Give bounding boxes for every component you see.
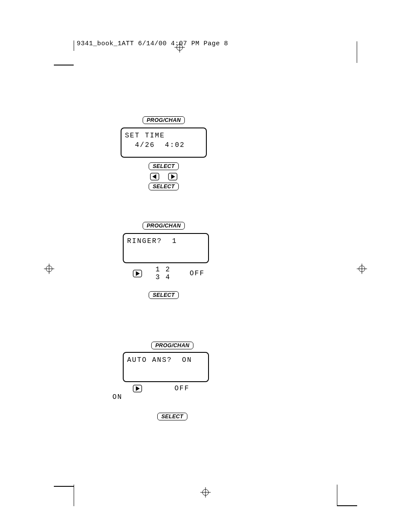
crop-mark-bottom-left-v [74,485,74,506]
crop-mark-top-left [54,65,74,65]
section-ringer: PROG/CHAN RINGER? 1 1 2 3 4 OFF SELECT [123,220,205,302]
registration-mark-left [44,264,54,274]
lcd-line-1: SET TIME [125,131,202,140]
lcd-line-2: 4/26 4:02 [125,140,202,150]
svg-marker-17 [136,271,140,276]
lcd-auto-answer: AUTO ANS? ON [123,352,209,382]
svg-marker-19 [136,386,140,391]
right-arrow-icon[interactable] [133,385,142,392]
select-button[interactable]: SELECT [149,291,178,299]
crop-mark-bottom-left [54,486,74,487]
svg-marker-13 [153,174,156,179]
left-arrow-icon[interactable] [150,173,159,180]
right-arrow-icon[interactable] [168,173,177,180]
section-auto-answer: PROG/CHAN AUTO ANS? ON OFF ON SELECT [123,339,222,423]
right-arrow-icon[interactable] [133,270,142,277]
prog-chan-button[interactable]: PROG/CHAN [143,222,184,230]
lcd-line-2 [127,365,205,374]
svg-point-3 [46,266,52,272]
print-job-header-text: 9341_book_1ATT 6/14/00 4:07 PM Page 8 [77,40,228,47]
select-button[interactable]: SELECT [149,162,178,170]
svg-point-9 [202,489,209,495]
ringer-off-label: OFF [190,270,205,277]
select-button[interactable]: SELECT [157,413,187,420]
lcd-ringer: RINGER? 1 [123,233,209,263]
prog-chan-button[interactable]: PROG/CHAN [143,116,184,124]
auto-ans-off-label: OFF [174,385,190,392]
crop-mark-bottom-right [337,505,357,506]
lcd-line-2 [127,246,205,255]
lcd-line-1: RINGER? 1 [127,236,205,246]
lcd-set-time: SET TIME 4/26 4:02 [121,128,207,158]
section-set-time: PROG/CHAN SET TIME 4/26 4:02 SELECT SELE… [123,114,205,193]
registration-mark-right [357,264,367,274]
lcd-line-1: AUTO ANS? ON [127,355,205,365]
auto-ans-on-label: ON [112,393,222,401]
registration-mark-bottom [200,487,211,498]
ringer-options: 1 2 3 4 [156,266,177,281]
print-job-header: 9341_book_1ATT 6/14/00 4:07 PM Page 8 [74,40,337,51]
crop-mark-top-right [357,41,357,63]
page-frame: 9341_book_1ATT 6/14/00 4:07 PM Page 8 PR… [0,0,411,532]
svg-marker-15 [171,174,175,179]
select-button[interactable]: SELECT [149,183,178,190]
prog-chan-button[interactable]: PROG/CHAN [151,342,193,349]
svg-point-6 [359,266,365,272]
crop-mark-bottom-right-v [337,485,337,506]
